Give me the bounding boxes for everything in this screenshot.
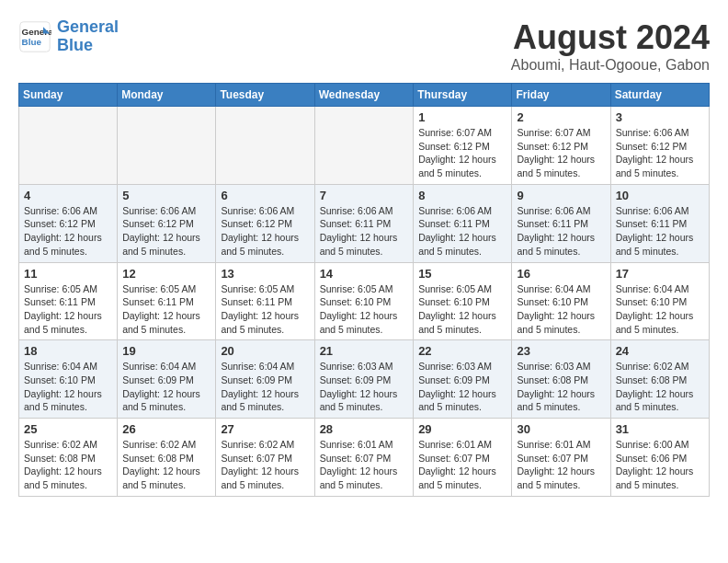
logo-icon: General Blue — [18, 20, 51, 53]
calendar-cell: 5Sunrise: 6:06 AMSunset: 6:12 PMDaylight… — [118, 184, 216, 262]
calendar-cell: 11Sunrise: 6:05 AMSunset: 6:11 PMDayligh… — [19, 262, 118, 340]
day-info: Sunrise: 6:04 AMSunset: 6:10 PMDaylight:… — [24, 360, 112, 414]
calendar-cell: 31Sunrise: 6:00 AMSunset: 6:06 PMDayligh… — [610, 419, 709, 497]
day-info: Sunrise: 6:07 AMSunset: 6:12 PMDaylight:… — [517, 126, 605, 180]
calendar-cell: 16Sunrise: 6:04 AMSunset: 6:10 PMDayligh… — [512, 262, 610, 340]
calendar-cell: 22Sunrise: 6:03 AMSunset: 6:09 PMDayligh… — [414, 340, 512, 419]
day-number: 7 — [320, 189, 409, 202]
day-info: Sunrise: 6:02 AMSunset: 6:08 PMDaylight:… — [24, 438, 112, 492]
day-info: Sunrise: 6:00 AMSunset: 6:06 PMDaylight:… — [616, 438, 704, 492]
day-info: Sunrise: 6:06 AMSunset: 6:12 PMDaylight:… — [616, 126, 704, 180]
calendar-cell: 20Sunrise: 6:04 AMSunset: 6:09 PMDayligh… — [216, 340, 314, 419]
calendar-cell: 9Sunrise: 6:06 AMSunset: 6:11 PMDaylight… — [512, 184, 610, 262]
weekday-thursday: Thursday — [414, 84, 512, 107]
day-number: 25 — [24, 422, 112, 436]
calendar-week-row: 18Sunrise: 6:04 AMSunset: 6:10 PMDayligh… — [19, 340, 710, 419]
title-block: August 2024 Aboumi, Haut-Ogooue, Gabon — [511, 18, 710, 74]
day-info: Sunrise: 6:05 AMSunset: 6:11 PMDaylight:… — [221, 282, 309, 337]
day-number: 23 — [517, 344, 605, 358]
calendar-cell — [118, 107, 216, 185]
calendar-cell — [19, 107, 118, 185]
day-number: 15 — [418, 267, 506, 281]
day-info: Sunrise: 6:05 AMSunset: 6:10 PMDaylight:… — [418, 282, 506, 337]
weekday-sunday: Sunday — [19, 84, 118, 107]
calendar-cell: 1Sunrise: 6:07 AMSunset: 6:12 PMDaylight… — [414, 107, 512, 185]
calendar-week-row: 25Sunrise: 6:02 AMSunset: 6:08 PMDayligh… — [19, 419, 710, 497]
day-number: 4 — [24, 189, 112, 202]
calendar-table: SundayMondayTuesdayWednesdayThursdayFrid… — [18, 83, 710, 497]
day-number: 1 — [418, 110, 506, 124]
calendar-cell — [216, 107, 314, 185]
day-info: Sunrise: 6:04 AMSunset: 6:09 PMDaylight:… — [221, 360, 309, 414]
day-info: Sunrise: 6:05 AMSunset: 6:10 PMDaylight:… — [320, 282, 409, 337]
day-info: Sunrise: 6:03 AMSunset: 6:09 PMDaylight:… — [320, 360, 409, 414]
day-info: Sunrise: 6:05 AMSunset: 6:11 PMDaylight:… — [122, 282, 210, 337]
calendar-week-row: 11Sunrise: 6:05 AMSunset: 6:11 PMDayligh… — [19, 262, 710, 340]
day-info: Sunrise: 6:06 AMSunset: 6:11 PMDaylight:… — [418, 204, 506, 259]
day-number: 3 — [616, 110, 704, 124]
day-info: Sunrise: 6:07 AMSunset: 6:12 PMDaylight:… — [418, 126, 506, 180]
day-info: Sunrise: 6:05 AMSunset: 6:11 PMDaylight:… — [24, 282, 112, 337]
day-number: 11 — [24, 267, 112, 281]
day-number: 29 — [418, 422, 506, 436]
day-info: Sunrise: 6:02 AMSunset: 6:08 PMDaylight:… — [122, 438, 210, 492]
calendar-cell: 24Sunrise: 6:02 AMSunset: 6:08 PMDayligh… — [610, 340, 709, 419]
calendar-cell: 13Sunrise: 6:05 AMSunset: 6:11 PMDayligh… — [216, 262, 314, 340]
page-header: General Blue GeneralBlue August 2024 Abo… — [18, 18, 710, 74]
calendar-cell: 15Sunrise: 6:05 AMSunset: 6:10 PMDayligh… — [414, 262, 512, 340]
calendar-cell: 30Sunrise: 6:01 AMSunset: 6:07 PMDayligh… — [512, 419, 610, 497]
weekday-saturday: Saturday — [610, 84, 709, 107]
day-info: Sunrise: 6:04 AMSunset: 6:09 PMDaylight:… — [122, 360, 210, 414]
day-info: Sunrise: 6:01 AMSunset: 6:07 PMDaylight:… — [517, 438, 605, 492]
day-number: 16 — [517, 267, 605, 281]
day-number: 5 — [122, 189, 210, 202]
day-info: Sunrise: 6:06 AMSunset: 6:11 PMDaylight:… — [320, 204, 409, 259]
day-number: 2 — [517, 110, 605, 124]
calendar-cell: 17Sunrise: 6:04 AMSunset: 6:10 PMDayligh… — [610, 262, 709, 340]
day-info: Sunrise: 6:02 AMSunset: 6:08 PMDaylight:… — [616, 360, 704, 414]
svg-text:Blue: Blue — [22, 37, 42, 47]
calendar-cell: 6Sunrise: 6:06 AMSunset: 6:12 PMDaylight… — [216, 184, 314, 262]
day-number: 8 — [418, 189, 506, 202]
day-number: 12 — [122, 267, 210, 281]
day-number: 13 — [221, 267, 309, 281]
day-number: 31 — [616, 422, 704, 436]
calendar-week-row: 4Sunrise: 6:06 AMSunset: 6:12 PMDaylight… — [19, 184, 710, 262]
day-number: 27 — [221, 422, 309, 436]
logo-text: GeneralBlue — [57, 18, 119, 55]
weekday-monday: Monday — [118, 84, 216, 107]
weekday-header-row: SundayMondayTuesdayWednesdayThursdayFrid… — [19, 84, 710, 107]
day-info: Sunrise: 6:01 AMSunset: 6:07 PMDaylight:… — [418, 438, 506, 492]
calendar-cell: 25Sunrise: 6:02 AMSunset: 6:08 PMDayligh… — [19, 419, 118, 497]
day-number: 14 — [320, 267, 409, 281]
day-info: Sunrise: 6:06 AMSunset: 6:12 PMDaylight:… — [24, 204, 112, 259]
calendar-cell: 28Sunrise: 6:01 AMSunset: 6:07 PMDayligh… — [314, 419, 414, 497]
day-number: 9 — [517, 189, 605, 202]
calendar-cell: 7Sunrise: 6:06 AMSunset: 6:11 PMDaylight… — [314, 184, 414, 262]
calendar-cell: 23Sunrise: 6:03 AMSunset: 6:08 PMDayligh… — [512, 340, 610, 419]
weekday-tuesday: Tuesday — [216, 84, 314, 107]
day-number: 18 — [24, 344, 112, 358]
calendar-cell: 8Sunrise: 6:06 AMSunset: 6:11 PMDaylight… — [414, 184, 512, 262]
weekday-friday: Friday — [512, 84, 610, 107]
day-info: Sunrise: 6:06 AMSunset: 6:11 PMDaylight:… — [616, 204, 704, 259]
calendar-cell: 26Sunrise: 6:02 AMSunset: 6:08 PMDayligh… — [118, 419, 216, 497]
day-info: Sunrise: 6:06 AMSunset: 6:12 PMDaylight:… — [221, 204, 309, 259]
day-info: Sunrise: 6:04 AMSunset: 6:10 PMDaylight:… — [616, 282, 704, 337]
day-number: 6 — [221, 189, 309, 202]
location-title: Aboumi, Haut-Ogooue, Gabon — [511, 57, 710, 74]
day-info: Sunrise: 6:06 AMSunset: 6:12 PMDaylight:… — [122, 204, 210, 259]
calendar-cell: 10Sunrise: 6:06 AMSunset: 6:11 PMDayligh… — [610, 184, 709, 262]
day-number: 17 — [616, 267, 704, 281]
day-info: Sunrise: 6:03 AMSunset: 6:08 PMDaylight:… — [517, 360, 605, 414]
day-info: Sunrise: 6:04 AMSunset: 6:10 PMDaylight:… — [517, 282, 605, 337]
day-info: Sunrise: 6:02 AMSunset: 6:07 PMDaylight:… — [221, 438, 309, 492]
month-title: August 2024 — [511, 18, 710, 57]
day-info: Sunrise: 6:01 AMSunset: 6:07 PMDaylight:… — [320, 438, 409, 492]
day-number: 10 — [616, 189, 704, 202]
day-number: 26 — [122, 422, 210, 436]
day-number: 21 — [320, 344, 409, 358]
day-info: Sunrise: 6:03 AMSunset: 6:09 PMDaylight:… — [418, 360, 506, 414]
day-number: 22 — [418, 344, 506, 358]
calendar-cell: 14Sunrise: 6:05 AMSunset: 6:10 PMDayligh… — [314, 262, 414, 340]
